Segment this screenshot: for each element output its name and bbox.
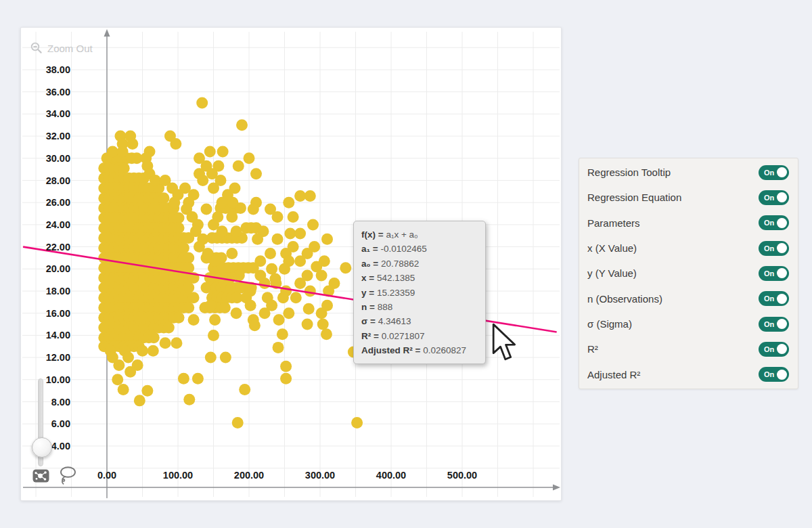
tooltip-row: Adjusted R² = 0.0260827: [361, 343, 478, 357]
svg-text:32.00: 32.00: [46, 131, 70, 141]
svg-text:12.00: 12.00: [46, 352, 70, 363]
tooltip-row-label: y =: [361, 288, 377, 298]
svg-text:10.00: 10.00: [46, 374, 70, 385]
toggle-on-label: On: [764, 370, 774, 378]
svg-text:8.00: 8.00: [51, 397, 70, 408]
settings-row: Regression Tooltip On: [579, 160, 798, 185]
svg-text:20.00: 20.00: [46, 263, 70, 274]
regression-tooltip: f(x) = a₁x + a₀ a₁ = -0.0102465 a₀ = 20.…: [353, 221, 486, 364]
tooltip-row-value: 0.0271807: [382, 331, 425, 341]
zoom-out-icon: [30, 42, 43, 54]
settings-label: σ (Sigma): [587, 318, 632, 330]
toggle-knob: [777, 319, 787, 329]
svg-text:28.00: 28.00: [46, 175, 70, 186]
toggle-switch[interactable]: On: [759, 215, 789, 230]
toggle-switch[interactable]: On: [759, 241, 789, 256]
scatter-points-icon[interactable]: [32, 469, 49, 483]
tooltip-row-label: Adjusted R² =: [361, 345, 423, 355]
toggle-knob: [777, 268, 787, 278]
svg-text:16.00: 16.00: [46, 308, 70, 319]
zoom-out-label: Zoom Out: [47, 43, 93, 54]
svg-text:24.00: 24.00: [46, 219, 70, 230]
svg-text:200.00: 200.00: [234, 470, 264, 481]
toggle-on-label: On: [764, 219, 774, 227]
svg-text:38.00: 38.00: [46, 64, 70, 75]
svg-text:6.00: 6.00: [51, 418, 70, 429]
toggle-on-label: On: [764, 169, 774, 177]
zoom-out-button[interactable]: Zoom Out: [30, 40, 93, 56]
chart-panel: 38.0036.0034.0032.0030.0028.0026.0024.00…: [20, 27, 562, 501]
chart-toolbar: [32, 466, 76, 485]
toggle-knob: [777, 192, 787, 202]
settings-row: Adjusted R² On: [579, 362, 798, 387]
tooltip-row: f(x) = a₁x + a₀: [361, 227, 478, 242]
tooltip-row: y = 15.23359: [361, 286, 478, 300]
settings-label: Regression Equation: [587, 192, 681, 203]
svg-text:0.00: 0.00: [97, 470, 116, 481]
settings-row: n (Observations) On: [579, 286, 798, 311]
toggle-on-label: On: [764, 194, 774, 202]
settings-label: R²: [587, 343, 598, 355]
svg-text:400.00: 400.00: [376, 470, 406, 481]
svg-text:4.00: 4.00: [51, 441, 70, 452]
zoom-slider-thumb[interactable]: [32, 437, 52, 458]
toggle-knob: [777, 294, 787, 304]
settings-label: Regression Tooltip: [587, 167, 671, 178]
tooltip-row: a₀ = 20.78862: [361, 257, 478, 271]
toggle-switch[interactable]: On: [759, 291, 789, 306]
tooltip-row-label: σ =: [361, 316, 378, 326]
settings-label: Adjusted R²: [587, 369, 640, 380]
toggle-on-label: On: [764, 294, 774, 303]
tooltip-row-value: 4.34613: [378, 316, 411, 326]
svg-text:30.00: 30.00: [46, 153, 70, 164]
lasso-icon[interactable]: [59, 466, 76, 485]
tooltip-row-value: 20.78862: [381, 259, 419, 269]
tooltip-row-label: R² =: [361, 331, 382, 341]
toggle-switch[interactable]: On: [759, 367, 789, 382]
tooltip-row-label: n =: [361, 302, 378, 312]
svg-text:26.00: 26.00: [46, 197, 70, 208]
settings-row: Regression Equation On: [579, 185, 798, 210]
tooltip-row-value: a₁x + a₀: [386, 229, 418, 240]
toggle-switch[interactable]: On: [759, 266, 789, 281]
svg-text:34.00: 34.00: [46, 108, 70, 119]
svg-text:36.00: 36.00: [46, 87, 70, 97]
tooltip-row-value: 542.1385: [377, 273, 415, 283]
toggle-on-label: On: [764, 345, 774, 353]
toggle-knob: [777, 218, 787, 228]
settings-label: x (X Value): [587, 242, 637, 254]
tooltip-row-label: a₁ =: [361, 244, 380, 254]
settings-row: y (Y Value) On: [579, 261, 798, 286]
settings-row: Parameters On: [579, 211, 798, 235]
tooltip-row-value: 888: [378, 302, 393, 312]
settings-row: x (X Value) On: [579, 236, 798, 261]
svg-text:14.00: 14.00: [46, 330, 70, 340]
settings-label: Parameters: [587, 217, 640, 229]
tooltip-row-value: 15.23359: [377, 288, 415, 298]
tooltip-row-label: a₀ =: [361, 259, 381, 269]
toggle-on-label: On: [764, 320, 774, 328]
svg-text:22.00: 22.00: [46, 242, 70, 252]
toggle-on-label: On: [764, 269, 774, 278]
toggle-switch[interactable]: On: [759, 342, 789, 357]
toggle-switch[interactable]: On: [759, 190, 789, 205]
settings-row: R² On: [579, 337, 798, 361]
tooltip-row: a₁ = -0.0102465: [361, 242, 478, 256]
tooltip-row-value: -0.0102465: [380, 244, 426, 254]
svg-text:18.00: 18.00: [46, 286, 70, 296]
tooltip-row: σ = 4.34613: [361, 314, 478, 328]
svg-text:500.00: 500.00: [447, 470, 477, 481]
toggle-knob: [777, 370, 787, 380]
tooltip-row-label: f(x) =: [361, 229, 386, 240]
tooltip-row: R² = 0.0271807: [361, 329, 478, 343]
toggle-knob: [777, 243, 787, 253]
toggle-knob: [777, 167, 787, 177]
tooltip-row-value: 0.0260827: [423, 345, 466, 355]
toggle-switch[interactable]: On: [759, 165, 789, 180]
toggle-switch[interactable]: On: [759, 317, 789, 332]
settings-row: σ (Sigma) On: [579, 312, 798, 336]
tooltip-row: n = 888: [361, 300, 478, 314]
tooltip-row: x = 542.1385: [361, 271, 478, 285]
settings-panel: Regression Tooltip On Regression Equatio…: [579, 158, 798, 389]
toggle-knob: [777, 344, 787, 354]
